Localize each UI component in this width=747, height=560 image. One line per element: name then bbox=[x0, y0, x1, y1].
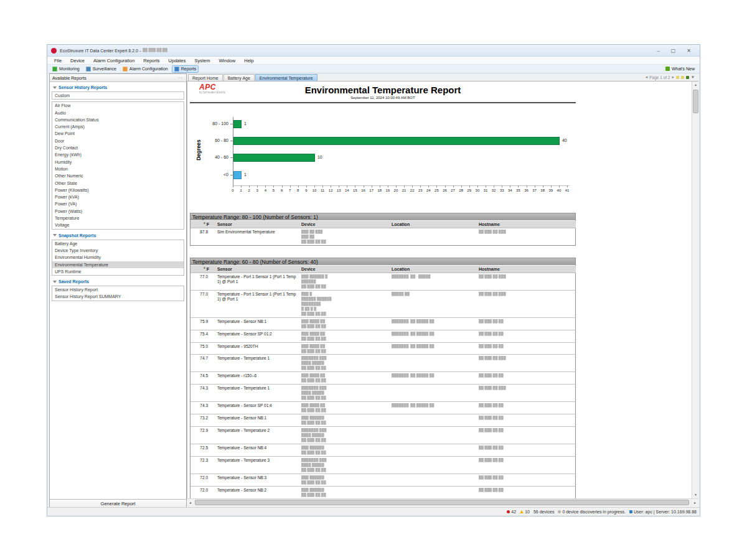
cell-location: ███████, ██ █████ ██ bbox=[390, 372, 477, 385]
perspective-buttons: MonitoringSurveillanceAlarm Configuratio… bbox=[50, 65, 200, 73]
report-item-energy-kwh[interactable]: Energy (kWh) bbox=[52, 151, 184, 158]
report-item-motion[interactable]: Motion bbox=[52, 166, 184, 172]
section-header-saved-reports[interactable]: Saved Reports bbox=[51, 278, 185, 286]
report-item-humidity[interactable]: Humidity bbox=[52, 159, 184, 166]
report-item-current-amps[interactable]: Current (Amps) bbox=[52, 123, 184, 130]
minimize-button[interactable]: – bbox=[657, 48, 659, 54]
menu-item-updates[interactable]: Updates bbox=[164, 58, 190, 63]
section-header-snapshot-reports[interactable]: Snapshot Reports bbox=[51, 231, 185, 240]
section-title: Sensor History Reports bbox=[59, 85, 107, 90]
horizontal-scrollbar[interactable]: ◂ ▸ bbox=[187, 498, 698, 506]
cell-hostname: ██.███.██.██ bbox=[477, 414, 576, 427]
sensor-table: ° FSensorDeviceLocationHostname87.8Sim E… bbox=[190, 221, 576, 245]
cell-hostname: ██.███.██.██ bbox=[477, 342, 576, 355]
cell-temp: 87.8 bbox=[190, 228, 215, 245]
section-header-sensor-history-reports[interactable]: Sensor History Reports bbox=[51, 83, 185, 91]
x-tick-label: 5 bbox=[269, 189, 278, 192]
report-item-voltage[interactable]: Voltage bbox=[52, 222, 184, 228]
report-item-dew-point[interactable]: Dew Point bbox=[52, 130, 184, 137]
cell-hostname: ██.███.██.██ bbox=[477, 456, 576, 474]
menu-item-file[interactable]: File bbox=[50, 58, 66, 63]
menu-item-alarm-configuration[interactable]: Alarm Configuration bbox=[89, 58, 139, 63]
x-tick-label: 2 bbox=[245, 189, 253, 192]
x-tick-label: 35 bbox=[514, 189, 522, 192]
cell-location: ███████, ██ █████ ██ bbox=[390, 342, 477, 355]
tab-report-home[interactable]: Report Home bbox=[188, 74, 223, 81]
report-item-sensor-history-report[interactable]: Sensor History Report bbox=[52, 286, 184, 293]
generate-report-button[interactable]: Generate Report bbox=[50, 499, 186, 508]
cell-temp: 72.3 bbox=[190, 456, 215, 474]
export-icon[interactable] bbox=[681, 76, 684, 79]
report-content-area: APC by Schneider Electric Environmental … bbox=[187, 82, 698, 498]
report-item-power-kva[interactable]: Power (kVA) bbox=[52, 194, 184, 200]
menu-item-device[interactable]: Device bbox=[66, 58, 89, 63]
table-row: 72.0Temperature - Sensor NB:2███ ██████ … bbox=[190, 486, 576, 498]
report-item-power-kilowatts[interactable]: Power (Kilowatts) bbox=[52, 187, 184, 194]
x-tick-label: 29 bbox=[465, 189, 474, 192]
perspective-monitoring[interactable]: Monitoring bbox=[50, 65, 82, 73]
report-item-custom[interactable]: Custom bbox=[52, 92, 184, 99]
panel-title: Available Reports bbox=[52, 76, 87, 80]
menu-item-help[interactable]: Help bbox=[240, 58, 258, 63]
maximize-button[interactable]: ▢ bbox=[671, 48, 676, 54]
scroll-right-icon[interactable]: ▸ bbox=[692, 499, 698, 506]
status-bar: 421056 devices0 device discoveries in pr… bbox=[47, 507, 700, 516]
report-item-door[interactable]: Door bbox=[52, 138, 184, 144]
scroll-down-icon[interactable]: ▼ bbox=[692, 492, 698, 498]
vertical-scroll-thumb[interactable] bbox=[693, 90, 698, 113]
table-row: 75.9Temperature - Sensor NB:1███ ████ ██… bbox=[190, 317, 576, 330]
report-item-dry-contact[interactable]: Dry Contact bbox=[52, 144, 184, 151]
x-tick bbox=[273, 185, 274, 187]
report-tables: Temperature Range: 80 - 100 (Number of S… bbox=[190, 213, 576, 498]
report-item-environmental-temperature[interactable]: Environmental Temperature bbox=[52, 261, 184, 268]
cell-device: ███████ ███ ████ █████ ██.███.██.██ bbox=[299, 385, 390, 402]
report-item-temperature[interactable]: Temperature bbox=[52, 215, 184, 222]
tab-battery-age[interactable]: Battery Age bbox=[223, 74, 255, 81]
cell-temp: 74.7 bbox=[190, 355, 215, 372]
cell-device: ███████ ███ ████ █████ ██.███.██.██ bbox=[299, 355, 390, 372]
menu-item-reports[interactable]: Reports bbox=[139, 58, 164, 63]
page-next-icon[interactable]: ▸ bbox=[672, 75, 675, 80]
cell-device: ███ ██████ ██.███.██.██ bbox=[299, 474, 390, 486]
report-item-other-state[interactable]: Other State bbox=[52, 180, 184, 187]
cell-device: ███ ██████ ██.███.██.██ bbox=[299, 414, 390, 427]
whats-new-link[interactable]: What's New bbox=[665, 67, 697, 71]
scroll-up-icon[interactable]: ▲ bbox=[692, 82, 698, 88]
menu-item-system[interactable]: System bbox=[190, 58, 215, 63]
report-item-ups-runtime[interactable]: UPS Runtime bbox=[52, 268, 184, 275]
perspective-surveillance[interactable]: Surveillance bbox=[83, 65, 119, 73]
cell-sensor: Temperature - Temperature 2 bbox=[215, 427, 299, 444]
export-icon[interactable] bbox=[676, 76, 679, 79]
report-item-sensor-history-report-summary[interactable]: Sensor History Report SUMMARY bbox=[52, 293, 184, 300]
vertical-scrollbar[interactable]: ▲ ▼ bbox=[692, 82, 698, 498]
column-header-location: Location bbox=[390, 266, 477, 273]
chevron-down-icon[interactable]: ▼ bbox=[691, 75, 695, 79]
report-item-audio[interactable]: Audio bbox=[52, 110, 184, 116]
menu-item-window[interactable]: Window bbox=[215, 58, 240, 63]
x-tick-label: 31 bbox=[481, 189, 490, 192]
horizontal-scroll-thumb[interactable] bbox=[195, 500, 689, 505]
panel-minimize-maximize-icons[interactable]: ▫▫ bbox=[179, 76, 184, 80]
report-item-power-va[interactable]: Power (VA) bbox=[52, 200, 184, 207]
report-item-communication-status[interactable]: Communication Status bbox=[52, 116, 184, 123]
cell-hostname: ██.███.██.███ bbox=[477, 385, 576, 402]
x-tick bbox=[396, 185, 397, 187]
scroll-left-icon[interactable]: ◂ bbox=[187, 499, 194, 506]
close-button[interactable]: ✕ bbox=[687, 48, 691, 54]
tab-environmental-temperature[interactable]: Environmental Temperature bbox=[255, 74, 317, 81]
x-tick bbox=[380, 185, 380, 187]
y-tick bbox=[230, 124, 233, 124]
x-tick-label: 36 bbox=[522, 189, 531, 192]
report-item-power-watts[interactable]: Power (Watts) bbox=[52, 208, 184, 215]
x-tick bbox=[494, 185, 494, 187]
report-item-other-numeric[interactable]: Other Numeric bbox=[52, 172, 184, 179]
report-item-battery-age[interactable]: Battery Age bbox=[52, 240, 184, 247]
table-title: Temperature Range: 60 - 80 (Number of Se… bbox=[190, 258, 575, 266]
report-item-device-type-inventory[interactable]: Device Type Inventory bbox=[52, 247, 184, 254]
perspective-alarm-configuration[interactable]: Alarm Configuration bbox=[120, 65, 171, 73]
export-icon[interactable] bbox=[686, 76, 689, 79]
report-item-air-flow[interactable]: Air Flow bbox=[52, 102, 184, 109]
perspective-reports[interactable]: Reports bbox=[172, 65, 199, 73]
page-prev-icon[interactable]: ◂ bbox=[646, 75, 648, 80]
report-item-environmental-humidity[interactable]: Environmental Humidity bbox=[52, 254, 184, 261]
